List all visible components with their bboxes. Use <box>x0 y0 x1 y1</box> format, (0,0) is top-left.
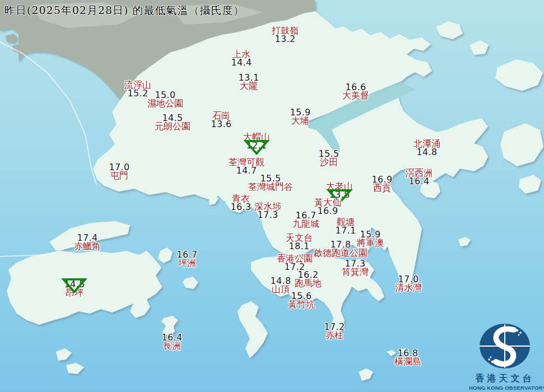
station-name: 筲箕灣 <box>342 268 369 276</box>
station-name: 西貢 <box>372 184 393 192</box>
station-荃灣可觀: 荃灣可觀14.7 <box>229 158 264 175</box>
station-濕地公園: 15.0濕地公園 <box>147 91 183 108</box>
station-name: 大埔 <box>290 116 311 125</box>
station-山頂: 14.8山頂 <box>271 277 291 293</box>
station-觀塘: 觀塘17.1 <box>336 218 356 235</box>
station-value: 18.1 <box>286 242 313 250</box>
station-name: 屯門 <box>109 171 130 180</box>
station-長洲: 16.4長洲 <box>162 333 183 350</box>
station-value: 17.3 <box>254 211 281 219</box>
station-value: 13.2 <box>272 35 299 43</box>
station-name: 長洲 <box>162 342 183 350</box>
station-name: 坪洲 <box>177 259 198 267</box>
station-name: 元朗公園 <box>155 122 190 130</box>
station-value: 14.7 <box>229 166 264 175</box>
station-name: 荃灣城門谷 <box>248 183 293 191</box>
station-value: 14.4 <box>231 58 252 67</box>
station-西貢: 16.9西貢 <box>372 175 393 192</box>
station-深水埗: 深水埗17.3 <box>254 202 281 219</box>
hko-logo-chinese-name: 香港天文台 <box>469 373 541 385</box>
station-啟德跑道公園: 17.8啟德跑道公園 <box>314 240 368 257</box>
station-上水: 上水14.4 <box>231 50 252 67</box>
station-大老山: 大老山13.8 <box>326 182 353 199</box>
station-坪洲: 16.7坪洲 <box>177 250 198 267</box>
station-name: 大隴 <box>239 82 259 90</box>
station-name: 跑馬地 <box>295 279 322 287</box>
station-name: 黃竹坑 <box>288 300 315 309</box>
hko-logo: 香港天文台 HONG KONG OBSERVATORY <box>469 323 541 391</box>
hko-logo-emblem <box>478 323 532 370</box>
station-元朗公園: 14.5元朗公園 <box>155 114 190 130</box>
station-value: 14.8 <box>413 148 440 156</box>
station-清水灣: 17.0清水灣 <box>395 275 422 292</box>
station-北潭涌: 北潭涌14.8 <box>413 139 440 156</box>
station-赤柱: 17.2赤柱 <box>324 323 345 339</box>
station-昂坪: 14.5昂坪 <box>64 280 85 297</box>
station-value: 16.3 <box>231 203 252 211</box>
station-大美督: 16.6大美督 <box>342 83 369 100</box>
station-打鼓嶺: 打鼓嶺13.2 <box>272 26 299 43</box>
station-name: 九龍城 <box>292 220 319 228</box>
station-name: 赤柱 <box>324 331 345 339</box>
page-title: 昨日(2025年02月28日) 的最低氣溫（攝氏度） <box>4 3 245 18</box>
station-name: 沙田 <box>319 158 340 166</box>
station-橫瀾島: 16.8橫瀾島 <box>394 349 421 366</box>
station-筲箕灣: 17.3筲箕灣 <box>342 259 369 276</box>
station-石崗: 石崗13.6 <box>211 111 232 128</box>
station-黃竹坑: 15.6黃竹坑 <box>288 292 315 309</box>
station-跑馬地: 16.2跑馬地 <box>295 270 322 287</box>
station-天文台: 天文台18.1 <box>286 234 313 250</box>
station-青衣: 青衣16.3 <box>231 194 252 211</box>
station-大帽山: 大帽山12.1 <box>243 133 270 150</box>
station-name: 濕地公園 <box>147 99 183 108</box>
station-value: 13.6 <box>211 120 232 128</box>
station-value: 12.1 <box>243 141 270 150</box>
station-value: 17.1 <box>336 226 356 235</box>
station-value: 16.4 <box>406 177 433 185</box>
stations-layer: 打鼓嶺13.2上水14.413.1大隴16.6大美督流浮山15.215.0濕地公… <box>0 0 544 392</box>
station-滘西洲: 滘西洲16.4 <box>406 169 433 185</box>
station-name: 啟德跑道公園 <box>314 249 368 257</box>
station-赤鱲角: 17.4赤鱲角 <box>74 234 101 250</box>
station-荃灣城門谷: 15.5荃灣城門谷 <box>248 174 293 191</box>
hko-min-temp-map: 昨日(2025年02月28日) 的最低氣溫（攝氏度） 打鼓嶺13.2上水14.4… <box>0 0 544 392</box>
station-name: 昂坪 <box>64 288 85 297</box>
station-name: 橫瀾島 <box>394 357 421 366</box>
station-九龍城: 16.7九龍城 <box>292 211 319 228</box>
hko-logo-english-name: HONG KONG OBSERVATORY <box>469 385 541 391</box>
station-name: 清水灣 <box>395 283 422 292</box>
station-大埔: 15.9大埔 <box>290 108 311 125</box>
station-屯門: 17.0屯門 <box>109 163 130 180</box>
station-name: 赤鱲角 <box>74 242 101 250</box>
station-沙田: 15.5沙田 <box>319 150 340 166</box>
station-香港公園: 香港公園17.2 <box>277 254 313 271</box>
station-大隴: 13.1大隴 <box>239 73 259 90</box>
station-name: 大美督 <box>342 91 369 100</box>
